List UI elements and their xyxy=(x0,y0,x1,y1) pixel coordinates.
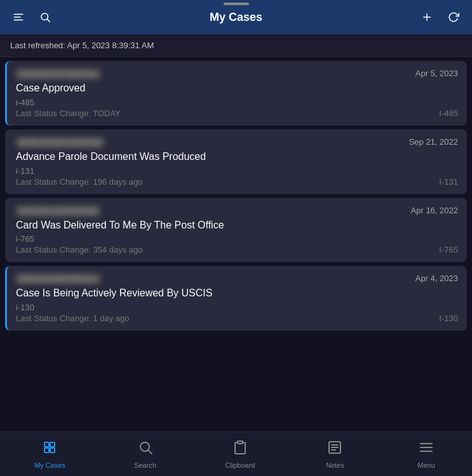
top-bar-right xyxy=(419,9,462,25)
case-card-header-2: IOE0012300456 Apr 16, 2022 xyxy=(16,206,458,216)
case-date-1: Sep 21, 2022 xyxy=(409,137,458,147)
case-date-3: Apr 4, 2023 xyxy=(415,274,458,283)
case-form-3: i-130 xyxy=(16,303,458,312)
notes-icon xyxy=(327,440,342,459)
bottom-nav: My Cases Search Clipboard xyxy=(0,432,472,476)
svg-line-4 xyxy=(47,19,50,22)
case-footer-1: Last Status Change: 196 days ago I-131 xyxy=(16,177,458,187)
case-footer-3: Last Status Change: 1 day ago I-130 xyxy=(16,314,458,323)
clipboard-icon xyxy=(233,440,248,459)
last-refreshed-bar: Last refreshed: Apr 5, 2023 8:39:31 AM xyxy=(0,34,472,57)
case-status-2: Card Was Delivered To Me By The Post Off… xyxy=(16,219,458,232)
cases-list: IOE0012700101 Apr 5, 2023 Case Approved … xyxy=(0,57,472,432)
top-bar-left xyxy=(10,9,53,25)
case-status-3: Case Is Being Actively Reviewed By USCIS xyxy=(16,287,458,300)
case-form-2: i-765 xyxy=(16,234,458,244)
nav-label-notes: Notes xyxy=(326,461,344,469)
case-form-0: i-485 xyxy=(16,98,458,107)
case-footer-2: Last Status Change: 354 days ago I-765 xyxy=(16,245,458,255)
nav-label-menu: Menu xyxy=(417,461,435,469)
case-form-right-1: I-131 xyxy=(439,177,458,187)
last-refreshed-text: Last refreshed: Apr 5, 2023 8:39:31 AM xyxy=(10,41,154,50)
case-date-0: Apr 5, 2023 xyxy=(415,69,458,78)
nav-item-my-cases[interactable]: My Cases xyxy=(27,435,73,474)
refresh-icon xyxy=(448,11,459,23)
menu-button[interactable] xyxy=(10,9,27,25)
menu-nav-icon xyxy=(419,440,434,459)
refresh-button[interactable] xyxy=(445,9,462,25)
case-form-right-2: I-765 xyxy=(439,245,458,255)
case-last-change-1: Last Status Change: 196 days ago xyxy=(16,177,142,187)
nav-item-search[interactable]: Search xyxy=(126,435,165,474)
svg-rect-7 xyxy=(44,442,49,447)
add-button[interactable] xyxy=(419,9,435,25)
hamburger-icon xyxy=(13,11,24,23)
nav-label-search: Search xyxy=(134,461,156,469)
case-card-header-3: IOE0019876543 Apr 4, 2023 xyxy=(16,274,458,284)
nav-item-menu[interactable]: Menu xyxy=(407,435,445,474)
cases-icon xyxy=(42,440,57,459)
nav-item-notes[interactable]: Notes xyxy=(316,435,354,474)
svg-rect-10 xyxy=(50,448,55,453)
search-icon xyxy=(39,11,51,23)
svg-rect-13 xyxy=(238,441,243,444)
case-status-1: Advance Parole Document Was Produced xyxy=(16,150,458,164)
case-id-2: IOE0012300456 xyxy=(16,206,100,216)
nav-label-clipboard: Clipboard xyxy=(225,461,255,469)
case-date-2: Apr 16, 2022 xyxy=(411,206,458,215)
case-id-0: IOE0012700101 xyxy=(16,69,100,79)
plus-icon xyxy=(421,11,433,23)
page-title: My Cases xyxy=(210,11,262,24)
case-id-3: IOE0019876543 xyxy=(16,274,100,284)
svg-rect-9 xyxy=(44,448,49,453)
nav-item-clipboard[interactable]: Clipboard xyxy=(217,435,262,474)
case-footer-0: Last Status Change: TODAY I-485 xyxy=(16,109,458,118)
case-form-right-3: I-130 xyxy=(439,314,458,323)
search-button[interactable] xyxy=(37,9,53,25)
case-card-3[interactable]: IOE0019876543 Apr 4, 2023 Case Is Being … xyxy=(5,266,467,331)
case-last-change-0: Last Status Change: TODAY xyxy=(16,109,121,118)
case-card-0[interactable]: IOE0012700101 Apr 5, 2023 Case Approved … xyxy=(5,61,467,126)
case-card-2[interactable]: IOE0012300456 Apr 16, 2022 Card Was Deli… xyxy=(5,198,467,263)
nav-label-my-cases: My Cases xyxy=(34,461,65,469)
svg-line-12 xyxy=(148,450,152,454)
drag-indicator xyxy=(224,3,249,5)
case-id-1: MSC2290123456 xyxy=(16,137,104,148)
case-card-1[interactable]: MSC2290123456 Sep 21, 2022 Advance Parol… xyxy=(5,129,467,194)
case-form-right-0: I-485 xyxy=(439,109,458,118)
svg-rect-8 xyxy=(50,442,55,447)
case-card-header-1: MSC2290123456 Sep 21, 2022 xyxy=(16,137,458,148)
case-card-header-0: IOE0012700101 Apr 5, 2023 xyxy=(16,69,458,79)
case-status-0: Case Approved xyxy=(16,82,458,95)
case-last-change-2: Last Status Change: 354 days ago xyxy=(16,245,142,255)
top-bar: My Cases xyxy=(0,0,472,34)
search-nav-icon xyxy=(138,440,153,459)
case-last-change-3: Last Status Change: 1 day ago xyxy=(16,314,130,323)
case-form-1: i-131 xyxy=(16,166,458,176)
